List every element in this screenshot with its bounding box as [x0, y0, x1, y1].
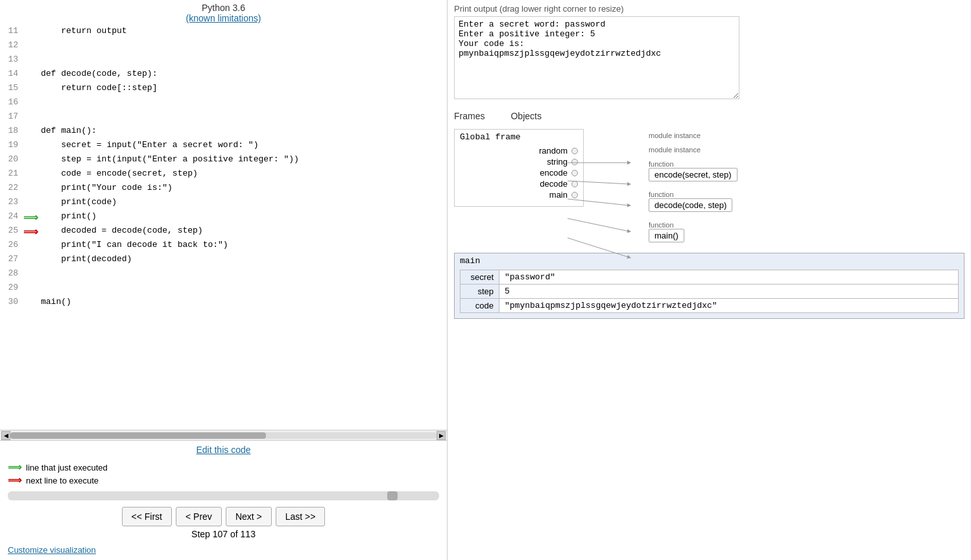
- table-row: 15 return code[::step]: [0, 82, 447, 96]
- line-number: 29: [0, 281, 23, 296]
- python-header: Python 3.6 (known limitations): [0, 0, 447, 25]
- green-arrow-icon: ⟹: [8, 461, 22, 473]
- line-arrow: [23, 196, 38, 210]
- print-output-box[interactable]: [454, 16, 739, 99]
- code-text: return code[::step]: [38, 82, 447, 96]
- table-row: 29: [0, 281, 447, 296]
- line-number: 22: [0, 181, 23, 196]
- code-text: [38, 53, 447, 67]
- objects-column: module instance module instance function…: [649, 129, 737, 245]
- line-number: 17: [0, 110, 23, 124]
- frame-var-main: main: [460, 190, 578, 200]
- print-output-label: Print output (drag lower right corner to…: [454, 4, 965, 14]
- table-row: 18def main():: [0, 124, 447, 139]
- var-name-decode: decode: [529, 179, 568, 189]
- frame-var-random: random: [460, 146, 578, 156]
- line-arrow: [23, 181, 38, 196]
- table-row: 27 print(decoded): [0, 253, 447, 267]
- var-value-cell: 5: [499, 285, 959, 299]
- scroll-right-arrow[interactable]: ▶: [437, 431, 446, 440]
- line-number: 12: [0, 39, 23, 53]
- line-number: 14: [0, 67, 23, 82]
- line-arrow: [23, 296, 38, 310]
- line-arrow: [23, 281, 38, 296]
- var-name-cell: secret: [461, 270, 499, 285]
- customize-link[interactable]: Customize visualization: [8, 545, 96, 555]
- frame-var-string: string: [460, 157, 578, 167]
- scroll-thumb[interactable]: [10, 432, 266, 439]
- table-row: 12: [0, 39, 447, 53]
- line-number: 18: [0, 124, 23, 139]
- frames-header: Frames: [454, 111, 485, 121]
- line-number: 28: [0, 267, 23, 281]
- edit-link-row: Edit this code: [0, 440, 447, 459]
- line-arrow: [23, 67, 38, 82]
- obj-module-string: module instance: [649, 146, 737, 154]
- obj-label-module1: module instance: [649, 132, 701, 139]
- var-dot-encode: [571, 170, 578, 176]
- obj-label-module2: module instance: [649, 146, 701, 154]
- code-area: 11 return output121314def decode(code, s…: [0, 25, 447, 430]
- table-row: step5: [461, 285, 959, 299]
- table-row: 21 code = encode(secret, step): [0, 167, 447, 181]
- next-button[interactable]: Next >: [226, 507, 272, 526]
- code-text: print(code): [38, 196, 447, 210]
- legend-red: ⟹ next line to execute: [8, 474, 439, 486]
- var-dot-string: [571, 159, 578, 165]
- var-dot-main: [571, 192, 578, 198]
- line-arrow: [23, 25, 38, 39]
- first-button[interactable]: << First: [122, 507, 172, 526]
- line-arrow: ⟹: [23, 224, 38, 239]
- line-arrow: [23, 53, 38, 67]
- line-number: 19: [0, 139, 23, 153]
- table-row: 20 step = int(input("Enter a positive in…: [0, 153, 447, 167]
- line-number: 27: [0, 253, 23, 267]
- var-name-cell: code: [461, 299, 499, 313]
- table-row: 11 return output: [0, 25, 447, 39]
- code-text: secret = input("Enter a secret word: "): [38, 139, 447, 153]
- horizontal-scrollbar[interactable]: ◀ ▶: [0, 430, 447, 440]
- line-arrow: [23, 82, 38, 96]
- line-arrow: [23, 253, 38, 267]
- prev-button[interactable]: < Prev: [176, 507, 222, 526]
- obj-label-func3: function: [649, 221, 674, 229]
- last-button[interactable]: Last >>: [276, 507, 326, 526]
- slider-thumb[interactable]: [387, 491, 398, 500]
- line-arrow: [23, 239, 38, 253]
- line-number: 25: [0, 224, 23, 239]
- scroll-left-arrow[interactable]: ◀: [1, 431, 10, 440]
- known-limitations-link[interactable]: (known limitations): [186, 13, 261, 23]
- red-legend-label: next line to execute: [26, 476, 99, 485]
- obj-value-encode: encode(secret, step): [649, 168, 737, 181]
- code-text: def main():: [38, 124, 447, 139]
- line-arrow: [23, 96, 38, 110]
- var-name-main: main: [529, 190, 568, 200]
- obj-label-func1: function: [649, 160, 674, 168]
- table-row: 22 print("Your code is:"): [0, 181, 447, 196]
- code-text: step = int(input("Enter a positive integ…: [38, 153, 447, 167]
- obj-value-decode: decode(code, step): [649, 198, 732, 212]
- edit-code-link[interactable]: Edit this code: [196, 445, 250, 455]
- line-number: 30: [0, 296, 23, 310]
- var-value-cell: "pmynbaiqpmszjplssgqewjeydotzirrwztedjdx…: [499, 299, 959, 313]
- green-arrow: ⟹: [23, 213, 38, 224]
- code-text: [38, 39, 447, 53]
- line-number: 15: [0, 82, 23, 96]
- green-legend-label: line that just executed: [26, 463, 108, 472]
- step-info: Step 107 of 113: [0, 529, 447, 542]
- obj-func-encode: function encode(secret, step): [649, 160, 737, 184]
- left-panel: Python 3.6 (known limitations) 11 return…: [0, 0, 448, 560]
- step-slider[interactable]: [8, 491, 439, 500]
- line-number: 21: [0, 167, 23, 181]
- scroll-track[interactable]: [10, 432, 437, 439]
- legend-green: ⟹ line that just executed: [8, 461, 439, 473]
- var-dot-random: [571, 148, 578, 154]
- red-arrow-icon: ⟹: [8, 474, 22, 486]
- code-text: print(): [38, 210, 447, 224]
- line-number: 20: [0, 153, 23, 167]
- legend-row: ⟹ line that just executed ⟹ next line to…: [0, 459, 447, 489]
- line-arrow: [23, 153, 38, 167]
- customize-link-row: Customize visualization: [0, 542, 447, 560]
- slider-row[interactable]: [0, 489, 447, 503]
- line-number: 23: [0, 196, 23, 210]
